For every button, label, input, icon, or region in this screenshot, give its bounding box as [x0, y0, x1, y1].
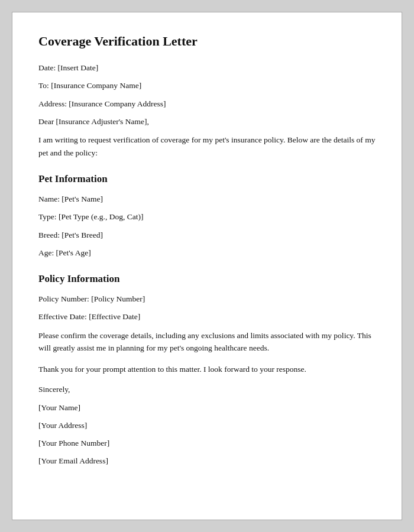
dear-line: Dear [Insurance Adjuster's Name],: [38, 116, 376, 128]
thank-you-body: Thank you for your prompt attention to t…: [38, 363, 376, 376]
intro-body: I am writing to request verification of …: [38, 134, 376, 159]
policy-number: Policy Number: [Policy Number]: [38, 293, 376, 305]
to-line: To: [Insurance Company Name]: [38, 80, 376, 92]
pet-breed: Breed: [Pet's Breed]: [38, 229, 376, 241]
pet-type: Type: [Pet Type (e.g., Dog, Cat)]: [38, 211, 376, 223]
closing-block: Sincerely, [Your Name] [Your Address] [Y…: [38, 384, 376, 467]
your-phone: [Your Phone Number]: [38, 437, 376, 449]
your-address: [Your Address]: [38, 420, 376, 432]
letter-title: Coverage Verification Letter: [38, 34, 376, 49]
sincerely: Sincerely,: [38, 384, 376, 395]
confirm-body: Please confirm the coverage details, inc…: [38, 329, 376, 355]
date-line: Date: [Insert Date]: [38, 62, 376, 74]
effective-date: Effective Date: [Effective Date]: [38, 311, 376, 323]
letter-document: Coverage Verification Letter Date: [Inse…: [12, 12, 402, 520]
address-line: Address: [Insurance Company Address]: [38, 98, 376, 110]
policy-section-heading: Policy Information: [38, 273, 376, 285]
pet-age: Age: [Pet's Age]: [38, 247, 376, 259]
pet-name: Name: [Pet's Name]: [38, 193, 376, 205]
your-email: [Your Email Address]: [38, 455, 376, 467]
pet-section-heading: Pet Information: [38, 173, 376, 185]
your-name: [Your Name]: [38, 402, 376, 414]
